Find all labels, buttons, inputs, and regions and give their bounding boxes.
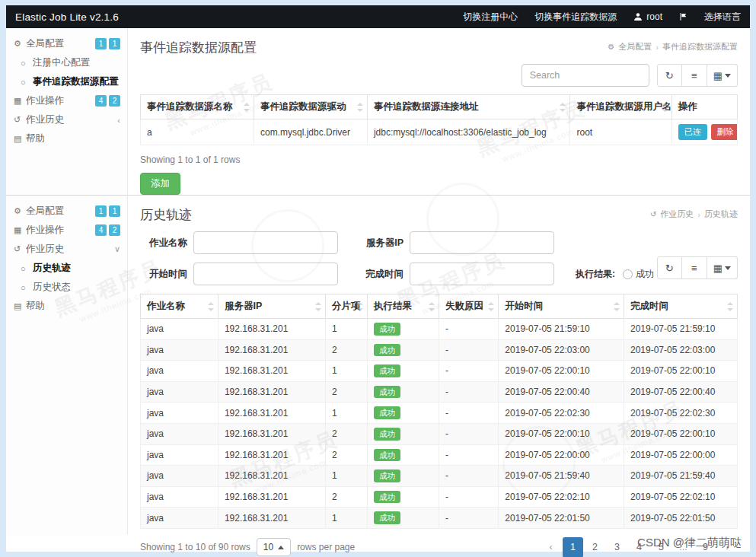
- add-button[interactable]: 添加: [140, 173, 180, 195]
- column-header-label: 完成时间: [630, 301, 668, 311]
- radio-label: 成功: [636, 268, 654, 281]
- gear-icon: ⚙: [608, 43, 614, 51]
- radio-icon: [623, 269, 633, 279]
- sort-icon: [560, 103, 566, 112]
- sidebar-item-label: 帮助: [26, 132, 45, 145]
- chevron-down-icon: ∨: [114, 244, 120, 254]
- sidebar-item-job-operation[interactable]: ▦作业操作42: [6, 221, 127, 240]
- book-icon: ▤: [14, 134, 26, 144]
- column-header[interactable]: 事件追踪数据源连接地址: [367, 95, 570, 119]
- language-flag[interactable]: [679, 12, 687, 21]
- sidebar-item-help[interactable]: ▤帮助: [6, 297, 127, 316]
- refresh-button[interactable]: ↻: [657, 64, 682, 87]
- job-name-input[interactable]: [193, 231, 338, 254]
- form-field: 服务器IP: [356, 231, 554, 254]
- column-header[interactable]: 开始时间: [499, 294, 624, 319]
- end-time-input[interactable]: [410, 263, 554, 285]
- sidebar-item-global-config[interactable]: ⚙全局配置11: [6, 202, 127, 221]
- table-row: acom.mysql.jdbc.Driverjdbc:mysql://local…: [141, 119, 738, 145]
- status-badge: 成功: [374, 511, 400, 524]
- column-header[interactable]: 事件追踪数据源驱动: [254, 95, 367, 119]
- table-cell: jdbc:mysql://localhost:3306/elastic_job_…: [367, 119, 570, 145]
- connected-button[interactable]: 已连: [678, 124, 707, 140]
- field-label: 服务器IP: [356, 237, 404, 250]
- sidebar-item-label: 事件追踪数据源配置: [33, 75, 119, 88]
- sidebar-item-global-config[interactable]: ⚙全局配置11: [6, 34, 127, 53]
- count-badge: 1: [109, 38, 120, 49]
- sort-icon: [357, 302, 363, 311]
- toggle-view-button[interactable]: ≡: [682, 256, 707, 279]
- table-cell: 2019-07-05 21:59:10: [624, 319, 737, 340]
- table-cell: 成功: [367, 319, 439, 340]
- status-badge: 成功: [374, 428, 400, 441]
- select-language-link[interactable]: 选择语言: [704, 11, 741, 24]
- history-filter-form: 作业名称服务器IP 开始时间完成时间执行结果:成功失败全部 ↻ ≡ ▦: [140, 231, 738, 285]
- sidebar-item-event-trace-datasource-config[interactable]: ○事件追踪数据源配置: [6, 72, 127, 91]
- column-header[interactable]: 分片项: [326, 294, 368, 319]
- columns-icon: ▦: [713, 263, 723, 274]
- column-header[interactable]: 作业名称: [141, 294, 219, 319]
- pagination-page[interactable]: 3: [607, 537, 627, 557]
- rows-per-page-label: rows per page: [297, 542, 355, 552]
- gear-icon: ⚙: [14, 206, 26, 216]
- sidebar-item-job-operation[interactable]: ▦作业操作42: [6, 91, 127, 110]
- column-header[interactable]: 服务器IP: [218, 294, 325, 319]
- table-cell: -: [439, 466, 498, 487]
- table-cell: 成功: [367, 486, 439, 508]
- pagination-prev[interactable]: ‹: [541, 537, 561, 557]
- table-cell: java: [141, 361, 219, 382]
- delete-button[interactable]: 删除: [711, 124, 738, 140]
- sidebar-item-history-trace[interactable]: ○历史轨迹: [6, 259, 127, 278]
- table-cell: 2019-07-05 22:00:10: [624, 423, 737, 444]
- columns-button[interactable]: ▦: [707, 256, 738, 279]
- count-badge: 4: [95, 224, 107, 236]
- result-radio-success[interactable]: 成功: [623, 268, 654, 281]
- refresh-button[interactable]: ↻: [657, 256, 682, 279]
- table-cell: 成功: [367, 508, 439, 529]
- table-cell: com.mysql.jdbc.Driver: [254, 119, 367, 145]
- breadcrumb: ↺作业历史›历史轨迹: [650, 208, 738, 220]
- pagination-page[interactable]: 1: [563, 537, 583, 557]
- columns-button[interactable]: ▦: [707, 64, 738, 87]
- start-time-input[interactable]: [193, 263, 338, 285]
- column-header[interactable]: 失败原因: [439, 294, 498, 319]
- column-header[interactable]: 完成时间: [624, 294, 737, 319]
- sidebar-item-registry-center-config[interactable]: ○注册中心配置: [6, 53, 127, 72]
- sidebar-item-history-status[interactable]: ○历史状态: [6, 278, 127, 297]
- count-badge: 1: [95, 205, 107, 217]
- table-cell: 1: [326, 319, 368, 340]
- page-size-dropdown[interactable]: 10: [257, 538, 291, 556]
- page-size-value: 10: [263, 542, 273, 552]
- table-cell: -: [439, 486, 498, 508]
- user-menu[interactable]: root: [633, 11, 662, 22]
- pagination-page[interactable]: 2: [585, 537, 605, 557]
- sidebar-item-job-history[interactable]: ↺作业历史∨: [6, 240, 127, 259]
- table-cell: 2019-07-05 22:02:10: [499, 486, 624, 508]
- table-cell: 1: [326, 466, 368, 487]
- table-row: java192.168.31.2011成功-2019-07-05 22:00:1…: [141, 361, 738, 382]
- table-cell: 2: [326, 381, 368, 403]
- nav-link-label: root: [646, 11, 662, 22]
- history-icon: ↺: [14, 244, 26, 254]
- breadcrumb-item[interactable]: 全局配置: [618, 41, 652, 53]
- breadcrumb-item: 事件追踪数据源配置: [662, 41, 738, 53]
- column-header[interactable]: 执行结果: [367, 294, 439, 319]
- column-header[interactable]: 事件追踪数据源用户名: [570, 95, 671, 119]
- history-icon: ↺: [650, 210, 656, 218]
- toggle-view-button[interactable]: ≡: [682, 64, 707, 87]
- server-ip-input[interactable]: [410, 231, 554, 254]
- table-cell: 192.168.31.201: [218, 403, 325, 424]
- sidebar-item-help[interactable]: ▤帮助: [6, 129, 127, 148]
- switch-registry-link[interactable]: 切换注册中心: [463, 11, 518, 24]
- form-row: 作业名称服务器IP: [140, 231, 646, 254]
- circle-icon: ○: [21, 283, 33, 292]
- column-header[interactable]: 事件追踪数据源名称: [141, 95, 254, 119]
- search-input[interactable]: [522, 64, 649, 87]
- table-cell: -: [439, 423, 498, 444]
- table-cell: 192.168.31.201: [218, 381, 325, 403]
- breadcrumb-item[interactable]: 作业历史: [660, 208, 694, 220]
- sidebar-item-job-history[interactable]: ↺作业历史‹: [6, 110, 127, 129]
- breadcrumb-separator: ›: [697, 210, 700, 219]
- table-cell: 192.168.31.201: [218, 339, 325, 361]
- switch-event-trace-datasource-link[interactable]: 切换事件追踪数据源: [534, 11, 617, 24]
